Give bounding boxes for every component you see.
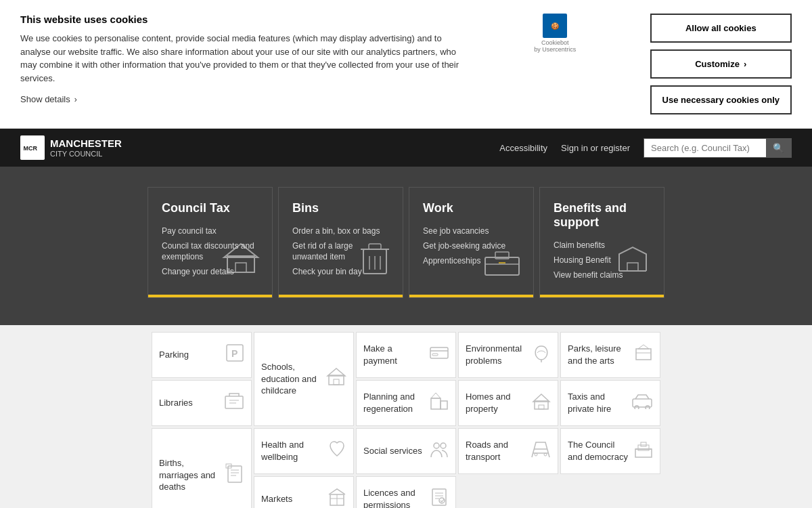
svg-rect-41 (228, 466, 242, 482)
cookie-content: This website uses cookies We use cookies… (20, 14, 460, 104)
svg-rect-32 (431, 398, 441, 409)
libraries-service[interactable]: Libraries (152, 380, 252, 426)
sign-in-link[interactable]: Sign in or register (561, 143, 630, 153)
make-payment-service[interactable]: Make a payment (356, 332, 456, 378)
svg-rect-15 (627, 263, 638, 271)
health-icon (328, 440, 346, 463)
site-logo-text: MANCHESTER CITY COUNCIL (50, 137, 122, 158)
site-logo[interactable]: MCR MANCHESTER CITY COUNCIL (20, 135, 122, 160)
job-vacancies-link[interactable]: See job vacancies (423, 226, 489, 236)
births-icon (225, 463, 244, 488)
cookie-description: We use cookies to personalise content, p… (20, 32, 460, 85)
claim-benefits-link[interactable]: Claim benefits (554, 240, 605, 250)
council-democracy-service[interactable]: The Council and democracy (560, 428, 660, 474)
council-democracy-label: The Council and democracy (568, 439, 631, 463)
work-title: Work (423, 201, 520, 215)
roads-label: Roads and transport (466, 439, 528, 463)
cookie-buttons: Allow all cookies Customize › Use necess… (650, 14, 792, 114)
bins-title: Bins (292, 201, 389, 215)
manchester-crest-icon: MCR (20, 135, 45, 160)
licences-service[interactable]: Licences and permissions (356, 476, 456, 508)
parking-label: Parking (159, 349, 223, 361)
benefits-icon (612, 244, 653, 284)
licences-icon (430, 488, 449, 508)
health-label: Health and wellbeing (261, 439, 325, 463)
council-name: MANCHESTER (50, 137, 122, 150)
social-services-service[interactable]: Social services (356, 428, 456, 474)
cookie-title: This website uses cookies (20, 14, 460, 25)
taxis-service[interactable]: Taxis and private hire (560, 380, 660, 426)
search-button[interactable]: 🔍 (766, 139, 791, 157)
licences-label: Licences and permissions (363, 487, 427, 508)
work-card[interactable]: Work See job vacancies Get job-seeking a… (409, 187, 534, 298)
taxis-label: Taxis and private hire (568, 391, 629, 415)
check-bin-day-link[interactable]: Check your bin day (292, 267, 362, 276)
markets-label: Markets (261, 493, 325, 505)
planning-service[interactable]: Planning and regeneration (356, 380, 456, 426)
svg-rect-54 (641, 442, 646, 446)
search-input[interactable] (644, 139, 766, 157)
svg-rect-11 (485, 257, 519, 275)
cookiebot-label: Cookiebot (541, 39, 569, 46)
svg-rect-21 (334, 379, 339, 385)
svg-point-46 (434, 443, 439, 448)
show-details-label: Show details (20, 94, 70, 104)
order-bin-link[interactable]: Order a bin, box or bags (292, 226, 380, 236)
births-service[interactable]: Births, marriages and deaths (152, 428, 252, 508)
parks-service[interactable]: Parks, leisure and the arts (560, 332, 660, 378)
council-tax-title: Council Tax (162, 201, 258, 215)
health-service[interactable]: Health and wellbeing (254, 428, 354, 474)
svg-rect-29 (225, 396, 243, 408)
planning-icon (430, 391, 449, 415)
services-grid: Parking P Schools, education and childca… (152, 332, 660, 508)
council-tax-card[interactable]: Council Tax Pay council tax Council tax … (148, 187, 273, 298)
services-section: Parking P Schools, education and childca… (0, 325, 812, 508)
show-details-button[interactable]: Show details › (20, 94, 460, 104)
bin-icon (358, 237, 392, 284)
social-services-icon (430, 440, 449, 463)
hero-cards-container: Council Tax Pay council tax Council tax … (0, 180, 812, 305)
svg-rect-2 (227, 256, 254, 272)
header-navigation: Accessibility Sign in or register 🔍 (499, 138, 792, 158)
roads-icon (531, 440, 551, 463)
svg-rect-24 (432, 354, 438, 356)
house-icon (221, 237, 261, 284)
libraries-label: Libraries (159, 397, 221, 409)
social-services-label: Social services (363, 445, 427, 457)
homes-label: Homes and property (466, 391, 529, 415)
apprenticeships-link[interactable]: Apprenticeships (423, 256, 480, 266)
roads-service[interactable]: Roads and transport (458, 428, 558, 474)
environmental-problems-service[interactable]: Environmental problems (458, 332, 558, 378)
schools-label: Schools, education and childcare (261, 361, 323, 397)
benefits-card[interactable]: Benefits and support Claim benefits Hous… (539, 187, 664, 298)
libraries-icon (224, 392, 244, 414)
svg-rect-53 (638, 445, 649, 450)
cookiebot-logo-icon: 🍪 (543, 14, 567, 38)
parking-service[interactable]: Parking P (152, 332, 252, 378)
council-democracy-icon (634, 440, 653, 463)
payment-icon (430, 345, 449, 365)
svg-text:MCR: MCR (24, 145, 38, 152)
markets-service[interactable]: Markets (254, 476, 354, 508)
svg-rect-7 (369, 244, 381, 249)
customize-button[interactable]: Customize › (650, 49, 792, 79)
pay-council-tax-link[interactable]: Pay council tax (162, 226, 217, 236)
svg-rect-4 (235, 263, 246, 272)
svg-point-47 (441, 443, 446, 448)
site-header: MCR MANCHESTER CITY COUNCIL Accessibilit… (0, 129, 812, 167)
chevron-right-icon: › (744, 59, 746, 69)
get-rid-link[interactable]: Get rid of a large unwanted item (292, 241, 353, 261)
taxis-icon (631, 393, 653, 413)
homes-service[interactable]: Homes and property (458, 380, 558, 426)
allow-all-cookies-button[interactable]: Allow all cookies (650, 14, 792, 43)
cookiebot-logo-area: 🍪 Cookiebot by Usercentrics (520, 14, 589, 53)
schools-service[interactable]: Schools, education and childcare (254, 332, 354, 426)
svg-rect-22 (430, 347, 448, 358)
planning-label: Planning and regeneration (363, 391, 427, 415)
svg-rect-26 (636, 349, 651, 360)
housing-benefit-link[interactable]: Housing Benefit (554, 255, 611, 265)
use-necessary-cookies-button[interactable]: Use necessary cookies only (650, 85, 792, 114)
accessibility-link[interactable]: Accessibility (499, 143, 547, 153)
parking-icon: P (225, 343, 244, 366)
bins-card[interactable]: Bins Order a bin, box or bags Get rid of… (278, 187, 403, 298)
